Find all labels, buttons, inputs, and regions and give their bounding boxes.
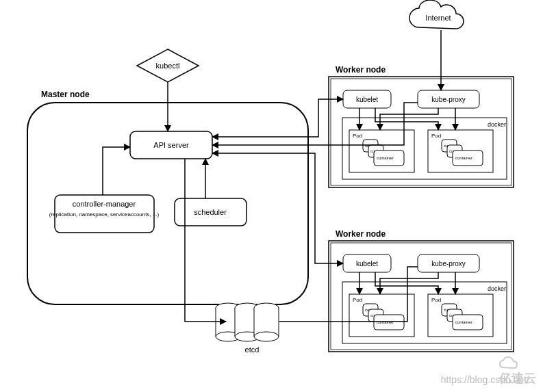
pod-label-1b: Pod [431, 133, 441, 139]
worker-node-1: Worker node kubelet kube-proxy docker Po… [329, 65, 514, 187]
pod-label-2a: Pod [353, 297, 362, 303]
kubelet-label-1: kubelet [356, 96, 378, 103]
kubelet-label-2: kubelet [356, 260, 378, 267]
worker2-title: Worker node [336, 229, 386, 239]
internet-node: Internet [409, 0, 464, 29]
svg-text:container: container [455, 156, 472, 160]
svg-text:container: container [377, 156, 394, 160]
scheduler-label: scheduler [194, 208, 227, 216]
pod-label-2b: Pod [431, 297, 441, 303]
kubeproxy-label-2: kube-proxy [431, 260, 465, 267]
api-server-label: API server [153, 141, 189, 149]
kubeproxy-label-1: kube-proxy [431, 96, 465, 103]
docker-label-1: docker [488, 121, 506, 128]
worker-node-2: Worker node kubelet kube-proxy docker Po… [329, 229, 514, 352]
svg-text:co: co [370, 313, 375, 317]
kubectl-label: kubectl [156, 62, 180, 70]
svg-point-16 [254, 332, 279, 341]
svg-text:co: co [444, 308, 449, 312]
kubectl-node: kubectl [137, 49, 199, 82]
docker-label-2: docker [488, 285, 506, 292]
controller-manager-label: controller-manager [73, 200, 136, 208]
master-title: Master node [41, 90, 90, 99]
svg-text:container: container [455, 320, 472, 324]
architecture-diagram: Internet kubectl Master node API server … [0, 0, 543, 392]
etcd-node: etcd [216, 303, 279, 354]
worker1-title: Worker node [336, 65, 386, 75]
internet-label: Internet [425, 14, 451, 22]
svg-text:co: co [444, 144, 449, 148]
etcd-label: etcd [245, 345, 260, 354]
controller-manager-sub: (replication, namespace, serviceaccounts… [49, 211, 160, 218]
svg-text:co: co [370, 149, 375, 153]
svg-text:co: co [449, 313, 454, 317]
svg-text:co: co [365, 144, 370, 148]
svg-text:co: co [365, 308, 370, 312]
svg-text:container: container [377, 320, 394, 324]
svg-text:co: co [449, 149, 454, 153]
brand-logo: 亿速云 [499, 356, 536, 387]
pod-label-1a: Pod [353, 133, 362, 139]
